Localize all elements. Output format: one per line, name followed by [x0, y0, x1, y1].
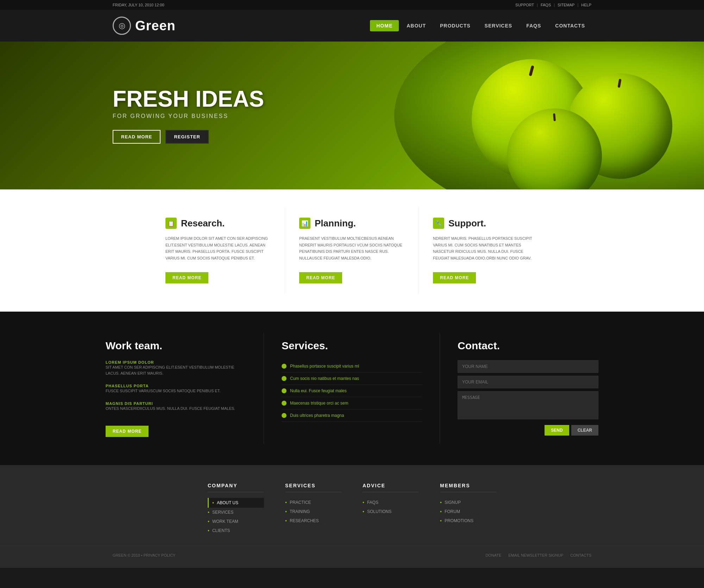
stem-1 [529, 65, 534, 76]
footer-faqs[interactable]: • FAQS [363, 498, 419, 507]
footer-members-title: MEMBERS [440, 483, 496, 492]
send-button[interactable]: SEND [545, 425, 569, 436]
workteam-read-more[interactable]: READ MORE [106, 426, 149, 437]
service-link-5[interactable]: Duis ultrices pharetra magna [290, 413, 344, 418]
feature-support-title: 🔧 Support. [433, 218, 539, 229]
bullet-solutions: • [363, 509, 364, 514]
register-button[interactable]: REGISTER [165, 130, 208, 144]
contact-form: SEND CLEAR [458, 360, 598, 436]
hero-content: FRESH IDEAS FOR GROWING YOUR BUSINESS RE… [0, 88, 264, 144]
logo-icon: ◎ [113, 17, 131, 35]
work-block-1: LOREM IPSUM DOLOR SIT AMET CON SER ADIPI… [106, 360, 246, 377]
footer-solutions[interactable]: • SOLUTIONS [363, 507, 419, 516]
support-icon: 🔧 [433, 218, 444, 229]
help-link[interactable]: HELP [581, 3, 591, 7]
work-text-2: FUSCE SUSCIPIT VARIUSCUM SOCIIS NATOQUE … [106, 388, 246, 394]
footer: COMPANY • ABOUT US • SERVICES • WORK TEA… [0, 465, 704, 568]
feature-planning: 📊 Planning. PRAESENT VESTIBULUM MOLTIECB… [285, 207, 419, 294]
footer-advice-col: ADVICE • FAQS • SOLUTIONS [363, 483, 419, 535]
work-block-2: PHASELLUS PORTA FUSCE SUSCIPIT VARIUSCUM… [106, 384, 246, 394]
footer-work-team[interactable]: • WORK TEAM [208, 517, 264, 526]
date-display: FRIDAY, JULY 10, 2010 12:00 [113, 3, 164, 7]
top-bar: FRIDAY, JULY 10, 2010 12:00 SUPPORT | FA… [0, 0, 704, 10]
footer-clients[interactable]: • CLIENTS [208, 526, 264, 535]
service-item-4: Maecenas tristique orci ac sem [282, 397, 422, 409]
footer-members-col: MEMBERS • SIGNUP • FORUM • PROMOTIONS [440, 483, 496, 535]
read-more-button[interactable]: READ MORE [113, 130, 161, 144]
footer-promotions[interactable]: • PROMOTIONS [440, 516, 496, 525]
dark-section: Work team. LOREM IPSUM DOLOR SIT AMET CO… [0, 312, 704, 465]
work-label-3: MAGNIS DIS PARTURI [106, 401, 246, 406]
bullet-practice: • [285, 500, 287, 505]
newsletter-link[interactable]: EMAIL NEWSLETTER SIGNUP [508, 553, 563, 557]
clear-button[interactable]: CLEAR [571, 425, 598, 436]
service-item-5: Duis ultrices pharetra magna [282, 409, 422, 422]
nav-home[interactable]: HOME [370, 20, 399, 31]
footer-signup[interactable]: • SIGNUP [440, 498, 496, 507]
research-icon: 📋 [165, 218, 177, 229]
footer-columns: COMPANY • ABOUT US • SERVICES • WORK TEA… [0, 483, 704, 535]
footer-company: COMPANY • ABOUT US • SERVICES • WORK TEA… [208, 483, 264, 535]
work-team-col: Work team. LOREM IPSUM DOLOR SIT AMET CO… [88, 333, 264, 444]
support-read-more[interactable]: READ MORE [433, 272, 476, 283]
top-bar-links: SUPPORT | FAQS | SITEMAP | HELP [515, 3, 591, 7]
feature-research: 📋 Research. LOREM IPSUM DOLOR SIT AMET C… [151, 207, 285, 294]
service-link-4[interactable]: Maecenas tristique orci ac sem [290, 401, 348, 406]
nav-contacts[interactable]: CONTACTS [549, 20, 591, 31]
research-read-more[interactable]: READ MORE [165, 272, 208, 283]
hero-title: FRESH IDEAS [113, 88, 264, 110]
sitemap-link[interactable]: SITEMAP [558, 3, 574, 7]
nav-products[interactable]: PRODUCTS [434, 20, 477, 31]
hero-section: FRESH IDEAS FOR GROWING YOUR BUSINESS RE… [0, 42, 704, 189]
footer-services-link[interactable]: • SERVICES [208, 508, 264, 517]
support-link[interactable]: SUPPORT [515, 3, 534, 7]
planning-read-more[interactable]: READ MORE [299, 272, 342, 283]
service-dot-2 [282, 376, 287, 381]
form-buttons: SEND CLEAR [458, 425, 598, 436]
footer-company-title: COMPANY [208, 483, 264, 492]
work-label-1: LOREM IPSUM DOLOR [106, 360, 246, 364]
feature-research-text: LOREM IPSUM DOLOR SIT AMET CON SER ADIPI… [165, 235, 271, 262]
service-link-3[interactable]: Nulla eui. Fusce feugiat males [290, 388, 347, 393]
donate-link[interactable]: DONATE [485, 553, 501, 557]
footer-advice-title: ADVICE [363, 483, 419, 492]
nav-about[interactable]: ABOUT [400, 20, 432, 31]
bullet-researches: • [285, 518, 287, 524]
service-item-2: Cum socis nio natibus et mantes nas [282, 373, 422, 385]
logo-text: Green [135, 18, 176, 33]
footer-bottom: GREEN © 2010 • PRIVACY POLICY DONATE EMA… [0, 546, 704, 557]
contact-message-input[interactable] [458, 391, 598, 419]
contact-email-input[interactable] [458, 376, 598, 388]
bullet-signup: • [440, 500, 442, 505]
logo[interactable]: ◎ Green [113, 17, 176, 35]
feature-support: 🔧 Support. NDRERIT MAURIS. PHASELLUS POR… [419, 207, 553, 294]
nav-services[interactable]: SERVICES [478, 20, 519, 31]
faqs-link[interactable]: FAQS [541, 3, 551, 7]
footer-forum[interactable]: • FORUM [440, 507, 496, 516]
service-link-1[interactable]: Phasellus portasce suscipit varius ml [290, 364, 359, 369]
bullet-about: • [212, 500, 214, 506]
work-text-1: SIT AMET CON SER ADIPISCING ELIT.ESENT V… [106, 364, 246, 377]
contacts-bottom-link[interactable]: CONTACTS [570, 553, 591, 557]
services-col: Services. Phasellus portasce suscipit va… [264, 333, 440, 444]
nav-faqs[interactable]: FAQS [520, 20, 547, 31]
bullet-clients: • [208, 528, 209, 533]
service-link-2[interactable]: Cum socis nio natibus et mantes nas [290, 376, 359, 381]
copyright: GREEN © 2010 • PRIVACY POLICY [113, 553, 175, 557]
footer-practice[interactable]: • PRACTICE [285, 498, 341, 507]
stem-3 [553, 113, 556, 121]
feature-support-text: NDRERIT MAURIS. PHASELLUS PORTASCE SUSCI… [433, 235, 539, 262]
footer-about-us[interactable]: • ABOUT US [208, 498, 264, 508]
feature-research-title: 📋 Research. [165, 218, 271, 229]
service-item-3: Nulla eui. Fusce feugiat males [282, 385, 422, 397]
services-title: Services. [282, 340, 422, 352]
footer-researches[interactable]: • RESEARCHES [285, 516, 341, 525]
contact-name-input[interactable] [458, 360, 598, 373]
header: ◎ Green HOME ABOUT PRODUCTS SERVICES FAQ… [0, 10, 704, 42]
hero-buttons: READ MORE REGISTER [113, 130, 264, 144]
service-dot-1 [282, 364, 287, 369]
contact-title: Contact. [458, 340, 598, 352]
footer-training[interactable]: • TRAINING [285, 507, 341, 516]
feature-planning-text: PRAESENT VESTIBULUM MOLTIECBESUS AENEAN … [299, 235, 404, 262]
feature-planning-title: 📊 Planning. [299, 218, 404, 229]
